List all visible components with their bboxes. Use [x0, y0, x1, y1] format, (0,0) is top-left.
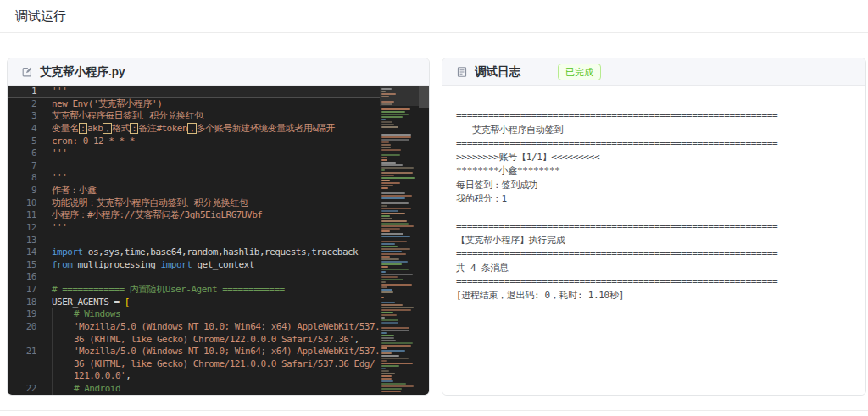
line-number: 4 — [8, 123, 36, 136]
editor-scrollbar[interactable] — [419, 86, 429, 108]
code-row: 8''' — [8, 172, 380, 185]
code-row: 18USER_AGENTS = [ — [8, 297, 380, 309]
script-editor-card: 艾克帮小程序.py 1'''2new Env('艾克帮小程序')3艾克帮小程序每… — [7, 58, 430, 396]
code-row: 5cron: 0 12 * * * — [8, 136, 380, 148]
code-row: 13 — [8, 235, 380, 247]
edit-icon — [21, 66, 33, 78]
code-editor[interactable]: 1'''2new Env('艾克帮小程序')3艾克帮小程序每日签到、积分兑换红包… — [8, 86, 429, 395]
code-row: 6''' — [8, 147, 380, 160]
debug-log-card: 调试日志 已完成 ===============================… — [442, 58, 866, 396]
line-number: 8 — [8, 172, 36, 185]
code-row: 17# ============ 内置随机User-Agent ========… — [8, 284, 380, 297]
code-row: 121.0.0.0', — [8, 370, 380, 383]
code-row: 7 — [8, 160, 380, 173]
line-number: 18 — [8, 297, 36, 309]
code-row: 16 — [8, 271, 380, 284]
line-number: 3 — [8, 110, 36, 123]
script-filename: 艾克帮小程序.py — [40, 64, 125, 80]
code-row: 4变量名：akb，格式：备注#token，多个账号新建环境变量或者用&隔开 — [8, 123, 380, 136]
line-number — [8, 334, 36, 347]
code-row: 11小程序：#小程序://艾客帮问卷/3gh5EiqLRG7UVbf — [8, 209, 380, 222]
line-number: 20 — [8, 321, 36, 334]
line-number: 19 — [8, 308, 36, 321]
line-number: 12 — [8, 222, 36, 235]
line-number: 22 — [8, 383, 36, 396]
code-row: 21'Mozilla/5.0 (Windows NT 10.0; Win64; … — [8, 346, 380, 358]
code-row: 3艾克帮小程序每日签到、积分兑换红包 — [8, 110, 380, 123]
status-badge: 已完成 — [558, 64, 601, 80]
line-number: 14 — [8, 247, 36, 259]
code-row: 36 (KHTML, like Gecko) Chrome/121.0.0.0 … — [8, 358, 380, 371]
code-row: 36 (KHTML, like Gecko) Chrome/122.0.0.0 … — [8, 334, 380, 347]
line-number: 21 — [8, 346, 36, 358]
document-icon — [456, 66, 468, 78]
editor-card-header: 艾克帮小程序.py — [8, 58, 429, 86]
log-panel-title: 调试日志 — [475, 64, 520, 80]
code-row: 9作者：小鑫 — [8, 185, 380, 197]
code-row: 14import os,sys,time,base64,random,hashl… — [8, 247, 380, 259]
line-number: 6 — [8, 147, 36, 160]
line-number: 5 — [8, 136, 36, 148]
code-row: 1''' — [8, 86, 380, 98]
code-row: 20'Mozilla/5.0 (Windows NT 10.0; Win64; … — [8, 321, 380, 334]
line-number — [8, 358, 36, 371]
page-title: 调试运行 — [15, 8, 66, 25]
line-number: 17 — [8, 284, 36, 297]
code-row: 10功能说明：艾克帮小程序自动签到、积分兑换红包 — [8, 197, 380, 210]
line-number — [8, 370, 36, 383]
log-output: ========================================… — [456, 96, 852, 302]
line-number: 1 — [8, 86, 36, 98]
code-rows: 1'''2new Env('艾克帮小程序')3艾克帮小程序每日签到、积分兑换红包… — [8, 86, 380, 396]
log-body: ========================================… — [442, 86, 865, 395]
code-row: 2new Env('艾克帮小程序') — [8, 98, 380, 111]
line-number: 7 — [8, 160, 36, 173]
code-row: 12''' — [8, 222, 380, 235]
line-number: 2 — [8, 98, 36, 111]
code-row: 22# Android — [8, 383, 380, 396]
minimap[interactable] — [380, 86, 419, 395]
line-number: 16 — [8, 271, 36, 284]
code-row: 15from multiprocessing import get_contex… — [8, 259, 380, 272]
line-number: 15 — [8, 259, 36, 272]
line-number: 10 — [8, 197, 36, 210]
line-number: 9 — [8, 185, 36, 197]
log-card-header: 调试日志 已完成 — [442, 58, 865, 86]
code-row: 19# Windows — [8, 308, 380, 321]
line-number: 11 — [8, 209, 36, 222]
line-number: 13 — [8, 235, 36, 247]
footer-divider — [0, 410, 868, 411]
header-divider — [0, 32, 868, 33]
minimap-slider[interactable] — [380, 86, 419, 106]
